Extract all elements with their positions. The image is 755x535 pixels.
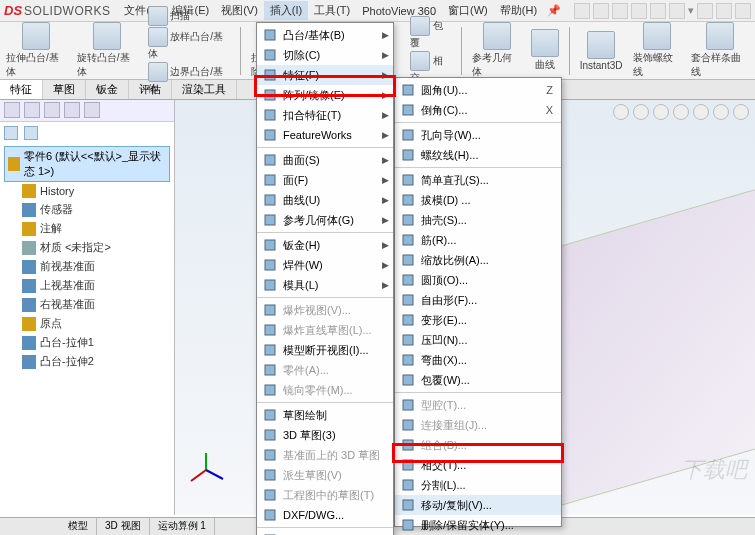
menu-item[interactable]: 倒角(C)...X xyxy=(395,100,561,120)
menu-item[interactable]: 面(F)▶ xyxy=(257,170,393,190)
menu-item[interactable]: 曲面(S)▶ xyxy=(257,150,393,170)
tree-item[interactable]: 上视基准面 xyxy=(4,276,170,295)
menu-item[interactable]: 筋(R)... xyxy=(395,230,561,250)
tab-sheetmetal[interactable]: 钣金 xyxy=(86,80,129,99)
menu-item[interactable]: 阵列/镜像(E)▶ xyxy=(257,85,393,105)
view-section-icon[interactable] xyxy=(673,104,689,120)
tree-item[interactable]: 右视基准面 xyxy=(4,295,170,314)
ribbon-revolve[interactable]: 旋转凸台/基体 xyxy=(77,22,138,79)
qat-select-icon[interactable] xyxy=(697,3,713,19)
menu-item-label: 型腔(T)... xyxy=(421,398,557,413)
menu-item[interactable]: DXF/DWG... xyxy=(257,505,393,525)
ribbon-wrap[interactable]: 包覆 xyxy=(410,16,451,50)
view-hide-icon[interactable] xyxy=(733,104,749,120)
qat-save-icon[interactable] xyxy=(612,3,628,19)
menu-item[interactable]: 焊件(W)▶ xyxy=(257,255,393,275)
ribbon-extrude[interactable]: 拉伸凸台/基体 xyxy=(6,22,67,79)
menu-item[interactable]: 相交(T)... xyxy=(395,455,561,475)
menu-item[interactable]: 孔向导(W)... xyxy=(395,125,561,145)
menu-item[interactable]: 3D 草图(3) xyxy=(257,425,393,445)
menu-item[interactable]: 模型断开视图(I)... xyxy=(257,340,393,360)
menu-item[interactable]: 自由形(F)... xyxy=(395,290,561,310)
ribbon-sweep[interactable]: 扫描 xyxy=(148,6,231,26)
menu-item[interactable]: 弯曲(X)... xyxy=(395,350,561,370)
menu-item[interactable]: FeatureWorks▶ xyxy=(257,125,393,145)
tree-tab-display-icon[interactable] xyxy=(84,102,100,118)
menu-item[interactable]: 包覆(W)... xyxy=(395,370,561,390)
tree-tab-property-icon[interactable] xyxy=(24,102,40,118)
menu-item[interactable]: 分割(L)... xyxy=(395,475,561,495)
menu-item[interactable]: 设计算例(D)▶ xyxy=(257,530,393,535)
pin-icon[interactable]: 📌 xyxy=(547,4,561,17)
ribbon-refgeo[interactable]: 参考几何体 xyxy=(472,22,520,79)
ribbon-instant3d[interactable]: Instant3D xyxy=(580,31,623,71)
model-tab-motion[interactable]: 运动算例 1 xyxy=(150,518,215,535)
tab-render[interactable]: 渲染工具 xyxy=(172,80,237,99)
menu-tools[interactable]: 工具(T) xyxy=(308,1,356,20)
menu-item[interactable]: 圆顶(O)... xyxy=(395,270,561,290)
tree-item[interactable]: 原点 xyxy=(4,314,170,333)
view-scene-icon[interactable] xyxy=(693,104,709,120)
menu-item[interactable]: 螺纹线(H)... xyxy=(395,145,561,165)
menu-item[interactable]: 缩放比例(A)... xyxy=(395,250,561,270)
tree-root[interactable]: 零件6 (默认<<默认>_显示状态 1>) xyxy=(4,146,170,182)
qat-options-icon[interactable] xyxy=(669,3,685,19)
svg-rect-47 xyxy=(403,480,413,490)
tab-sketch[interactable]: 草图 xyxy=(43,80,86,99)
tab-features[interactable]: 特征 xyxy=(0,80,43,99)
tree-item[interactable]: History xyxy=(4,182,170,200)
tree-item[interactable]: 前视基准面 xyxy=(4,257,170,276)
tree-item[interactable]: 凸台-拉伸2 xyxy=(4,352,170,371)
tree-item[interactable]: 材质 <未指定> xyxy=(4,238,170,257)
menu-item-icon xyxy=(399,372,417,388)
tree-item[interactable]: 凸台-拉伸1 xyxy=(4,333,170,352)
qat-rebuild-icon[interactable] xyxy=(716,3,732,19)
view-display-icon[interactable] xyxy=(653,104,669,120)
qat-open-icon[interactable] xyxy=(593,3,609,19)
view-appear-icon[interactable] xyxy=(713,104,729,120)
model-tab-model[interactable]: 模型 xyxy=(60,518,97,535)
menu-item[interactable]: 模具(L)▶ xyxy=(257,275,393,295)
ribbon-loft[interactable]: 放样凸台/基体 xyxy=(148,27,231,61)
menu-item[interactable]: 删除/保留实体(Y)... xyxy=(395,515,561,535)
svg-line-2 xyxy=(191,470,206,481)
view-zoom-icon[interactable] xyxy=(633,104,649,120)
ribbon-curves[interactable]: 曲线 xyxy=(531,29,559,72)
tree-item[interactable]: 传感器 xyxy=(4,200,170,219)
menu-item-label: 镜向零件(M)... xyxy=(283,383,389,398)
qat-print-icon[interactable] xyxy=(631,3,647,19)
filter-icon[interactable] xyxy=(4,126,18,140)
svg-rect-3 xyxy=(265,30,275,40)
menu-item[interactable]: 参考几何体(G)▶ xyxy=(257,210,393,230)
menu-item[interactable]: 钣金(H)▶ xyxy=(257,235,393,255)
menu-insert[interactable]: 插入(I) xyxy=(264,1,308,20)
view-orient-icon[interactable] xyxy=(613,104,629,120)
menu-item[interactable]: 凸台/基体(B)▶ xyxy=(257,25,393,45)
menu-item[interactable]: 曲线(U)▶ xyxy=(257,190,393,210)
tree-tab-design-icon[interactable] xyxy=(4,102,20,118)
qat-options2-icon[interactable] xyxy=(735,3,751,19)
filter2-icon[interactable] xyxy=(24,126,38,140)
qat-undo-icon[interactable] xyxy=(650,3,666,19)
ribbon-fitspline[interactable]: 套合样条曲线 xyxy=(691,22,749,79)
menu-item[interactable]: 扣合特征(T)▶ xyxy=(257,105,393,125)
menu-item[interactable]: 草图绘制 xyxy=(257,405,393,425)
menu-item[interactable]: 压凹(N)... xyxy=(395,330,561,350)
menu-item[interactable]: 移动/复制(V)... xyxy=(395,495,561,515)
model-tab-3dview[interactable]: 3D 视图 xyxy=(97,518,150,535)
tree-tab-config-icon[interactable] xyxy=(44,102,60,118)
menu-item[interactable]: 抽壳(S)... xyxy=(395,210,561,230)
qat-new-icon[interactable] xyxy=(574,3,590,19)
menu-item[interactable]: 切除(C)▶ xyxy=(257,45,393,65)
menu-item[interactable]: 简单直孔(S)... xyxy=(395,170,561,190)
menu-item[interactable]: 特征(F)▶ xyxy=(257,65,393,85)
ribbon-thread[interactable]: 装饰螺纹线 xyxy=(633,22,681,79)
menu-item[interactable]: 圆角(U)...Z xyxy=(395,80,561,100)
view-triad[interactable] xyxy=(185,449,227,493)
tree-tab-dim-icon[interactable] xyxy=(64,102,80,118)
tab-evaluate[interactable]: 评估 xyxy=(129,80,172,99)
menu-item[interactable]: 拔模(D) ... xyxy=(395,190,561,210)
menu-help[interactable]: 帮助(H) xyxy=(494,1,543,20)
tree-item[interactable]: 注解 xyxy=(4,219,170,238)
menu-item[interactable]: 变形(E)... xyxy=(395,310,561,330)
